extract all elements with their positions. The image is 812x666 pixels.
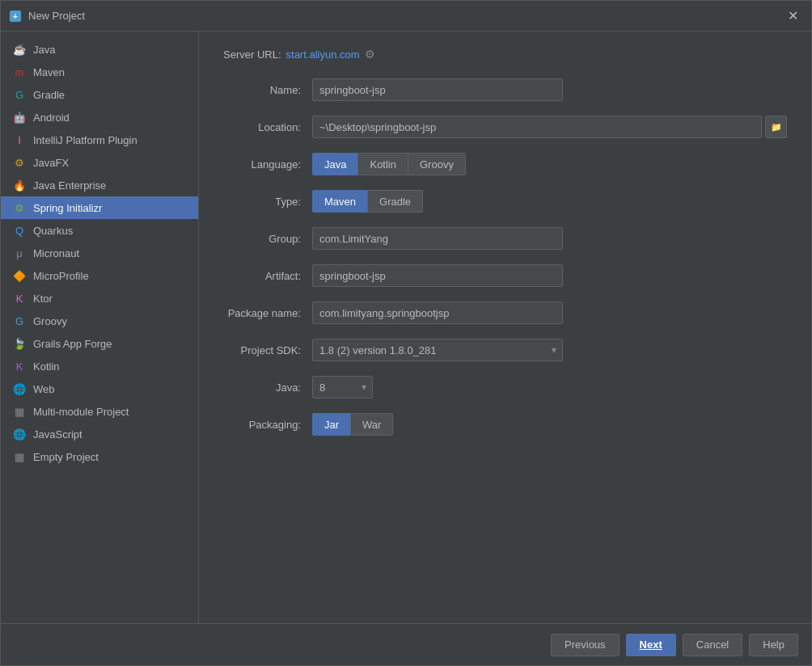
type-row: Type: Maven Gradle	[223, 190, 787, 213]
sidebar-item-web[interactable]: 🌐Web	[1, 377, 198, 400]
gradle-icon: G	[12, 87, 27, 102]
sidebar-item-label: Gradle	[33, 89, 65, 101]
quarkus-icon: Q	[12, 223, 27, 238]
sidebar-item-quarkus[interactable]: QQuarkus	[1, 219, 198, 242]
sidebar-item-android[interactable]: 🤖Android	[1, 106, 198, 129]
cancel-button[interactable]: Cancel	[683, 634, 742, 656]
language-groovy-button[interactable]: Groovy	[408, 153, 466, 175]
sidebar-item-javafx[interactable]: ⚙JavaFX	[1, 151, 198, 174]
location-label: Location:	[223, 121, 312, 133]
java-row: Java: 8 11 17	[223, 376, 787, 398]
sidebar-item-java[interactable]: ☕Java	[1, 38, 198, 61]
group-label: Group:	[223, 233, 312, 245]
artifact-input[interactable]	[312, 264, 563, 287]
group-row: Group:	[223, 227, 787, 250]
sidebar-item-maven[interactable]: mMaven	[1, 61, 198, 83]
sidebar-item-label: Micronaut	[33, 247, 79, 259]
sidebar-item-micronaut[interactable]: μMicronaut	[1, 242, 198, 264]
sidebar-item-kotlin[interactable]: KKotlin	[1, 355, 198, 377]
sidebar-item-gradle[interactable]: GGradle	[1, 83, 198, 106]
sidebar-item-label: JavaFX	[33, 157, 69, 169]
sidebar-item-grails[interactable]: 🍃Grails App Forge	[1, 332, 198, 355]
sidebar: ☕JavamMavenGGradle🤖AndroidIIntelliJ Plat…	[1, 32, 199, 623]
sidebar-item-label: Maven	[33, 66, 65, 78]
name-input[interactable]	[312, 78, 563, 101]
sidebar-item-label: Java Enterprise	[33, 179, 106, 192]
java-select[interactable]: 8 11 17	[312, 376, 373, 398]
sidebar-item-intellij[interactable]: IIntelliJ Platform Plugin	[1, 129, 198, 151]
previous-button[interactable]: Previous	[551, 634, 620, 656]
sidebar-item-ktor[interactable]: KKtor	[1, 287, 198, 310]
sidebar-item-label: Java	[33, 44, 55, 56]
sidebar-item-label: Empty Project	[33, 451, 99, 463]
main-panel: Server URL: start.aliyun.com ⚙ Name: Loc…	[199, 32, 811, 623]
server-url-row: Server URL: start.aliyun.com ⚙	[223, 48, 787, 61]
package-name-input[interactable]	[312, 301, 563, 324]
title-bar: + New Project ✕	[1, 1, 811, 32]
packaging-war-button[interactable]: War	[350, 413, 393, 436]
project-sdk-row: Project SDK: 1.8 (2) version 1.8.0_281	[223, 339, 787, 361]
sidebar-item-label: Ktor	[33, 293, 53, 305]
location-row: Location: 📁	[223, 116, 787, 138]
packaging-toggle-group: Jar War	[312, 413, 392, 436]
sidebar-item-javascript[interactable]: 🌐JavaScript	[1, 423, 198, 445]
java-icon: ☕	[12, 42, 27, 57]
package-name-row: Package name:	[223, 301, 787, 324]
type-gradle-button[interactable]: Gradle	[367, 190, 423, 213]
location-browse-button[interactable]: 📁	[765, 116, 787, 138]
intellij-icon: I	[12, 133, 27, 147]
server-url-label: Server URL:	[223, 48, 281, 61]
packaging-label: Packaging:	[223, 419, 312, 431]
kotlin-icon: K	[12, 359, 27, 373]
language-java-button[interactable]: Java	[312, 153, 358, 175]
groovy-icon: G	[12, 314, 27, 328]
packaging-row: Packaging: Jar War	[223, 413, 787, 436]
java-wrapper: 8 11 17	[312, 376, 373, 398]
type-maven-button[interactable]: Maven	[312, 190, 368, 213]
sidebar-item-multimodule[interactable]: ▦Multi-module Project	[1, 400, 198, 423]
project-sdk-select[interactable]: 1.8 (2) version 1.8.0_281	[312, 339, 563, 361]
sidebar-item-label: Multi-module Project	[33, 406, 129, 418]
help-button[interactable]: Help	[749, 634, 798, 656]
new-project-dialog: + New Project ✕ ☕JavamMavenGGradle🤖Andro…	[0, 0, 812, 666]
type-label: Type:	[223, 196, 312, 208]
sidebar-item-label: Spring Initializr	[33, 202, 102, 214]
maven-icon: m	[12, 65, 27, 79]
javaenterprise-icon: 🔥	[12, 178, 27, 192]
multimodule-icon: ▦	[12, 404, 27, 419]
group-input[interactable]	[312, 227, 563, 250]
web-icon: 🌐	[12, 381, 27, 396]
close-button[interactable]: ✕	[783, 6, 803, 25]
location-input[interactable]	[312, 116, 762, 138]
sidebar-item-label: Kotlin	[33, 360, 60, 373]
sidebar-item-label: Quarkus	[33, 225, 73, 237]
sidebar-item-label: Web	[33, 383, 55, 395]
sidebar-item-label: JavaScript	[33, 428, 82, 440]
sidebar-item-javaenterprise[interactable]: 🔥Java Enterprise	[1, 174, 198, 196]
sidebar-item-microprofile[interactable]: 🔶MicroProfile	[1, 264, 198, 287]
language-label: Language:	[223, 158, 312, 171]
spring-icon: ⚙	[12, 200, 27, 215]
sidebar-item-spring[interactable]: ⚙Spring Initializr	[1, 196, 198, 219]
javascript-icon: 🌐	[12, 427, 27, 441]
sidebar-item-empty[interactable]: ▦Empty Project	[1, 445, 198, 468]
next-button[interactable]: Next	[626, 634, 676, 656]
footer: Previous Next Cancel Help	[1, 623, 811, 665]
language-kotlin-button[interactable]: Kotlin	[357, 153, 408, 175]
ktor-icon: K	[12, 291, 27, 306]
project-sdk-label: Project SDK:	[223, 344, 312, 356]
microprofile-icon: 🔶	[12, 268, 27, 283]
dialog-icon: +	[9, 10, 22, 23]
language-row: Language: Java Kotlin Groovy	[223, 153, 787, 175]
gear-icon[interactable]: ⚙	[365, 48, 375, 61]
grails-icon: 🍃	[12, 336, 27, 351]
server-url-link[interactable]: start.aliyun.com	[286, 48, 360, 61]
sidebar-item-groovy[interactable]: GGroovy	[1, 310, 198, 332]
sidebar-item-label: Android	[33, 112, 70, 124]
sidebar-item-label: IntelliJ Platform Plugin	[33, 134, 137, 146]
sidebar-item-label: Groovy	[33, 315, 67, 327]
name-row: Name:	[223, 78, 787, 101]
packaging-jar-button[interactable]: Jar	[312, 413, 351, 436]
empty-icon: ▦	[12, 449, 27, 464]
sdk-wrapper: 1.8 (2) version 1.8.0_281	[312, 339, 563, 361]
